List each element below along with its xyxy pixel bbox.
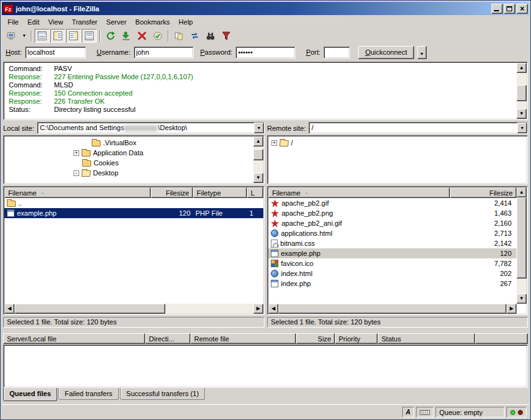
- file-row[interactable]: index.html 202: [268, 268, 517, 279]
- file-row[interactable]: bitnami.css 2,142: [268, 238, 517, 248]
- remote-list-rows: apache_pb2.gif 2,414 apache_pb2.png 1,46…: [268, 198, 517, 304]
- column-server-local-file[interactable]: Server/Local file: [3, 333, 145, 344]
- encryption-indicator: [416, 407, 434, 417]
- directory-comparison-button[interactable]: [172, 29, 187, 43]
- tree-item[interactable]: -Desktop: [5, 168, 253, 178]
- file-row[interactable]: apache_pb2.gif 2,414: [268, 198, 517, 208]
- collapse-icon[interactable]: -: [74, 170, 79, 176]
- column-direction[interactable]: Directi...: [145, 333, 190, 344]
- port-input[interactable]: [324, 47, 350, 58]
- toggle-remote-tree-button[interactable]: [66, 29, 81, 43]
- expand-icon[interactable]: +: [74, 150, 79, 156]
- menu-view[interactable]: View: [44, 17, 68, 27]
- expand-icon[interactable]: +: [271, 140, 277, 146]
- tab-queued-files[interactable]: Queued files: [3, 388, 57, 401]
- scroll-right-button[interactable]: ▶: [253, 304, 263, 314]
- column-filename[interactable]: Filename▲: [268, 187, 450, 198]
- menu-bookmarks[interactable]: Bookmarks: [131, 17, 174, 27]
- local-site-combo[interactable]: C:\Documents and Settings\Desktop\ ▼: [37, 122, 265, 134]
- scroll-thumb[interactable]: [253, 149, 263, 160]
- scroll-down-button[interactable]: ▼: [517, 109, 527, 119]
- find-files-button[interactable]: [203, 29, 218, 43]
- remote-list-hscrollbar[interactable]: ◀ ▶: [268, 304, 517, 314]
- scroll-left-button[interactable]: ◀: [268, 304, 278, 314]
- column-last-modified[interactable]: L: [247, 187, 263, 198]
- image-file-icon: [271, 209, 279, 218]
- scroll-up-button[interactable]: ▲: [253, 136, 263, 146]
- menu-file[interactable]: File: [3, 17, 23, 27]
- scroll-left-button[interactable]: ◀: [4, 304, 14, 314]
- file-row[interactable]: apache_pb2.png 1,463: [268, 208, 517, 218]
- scroll-thumb[interactable]: [14, 304, 165, 314]
- scroll-right-button[interactable]: ▶: [506, 304, 517, 314]
- close-button[interactable]: ×: [517, 4, 528, 14]
- log-scrollbar[interactable]: ▲ ▼: [517, 63, 527, 119]
- toggle-queue-button[interactable]: [82, 29, 97, 43]
- quickconnect-dropdown-button[interactable]: ▼: [417, 46, 427, 59]
- username-input[interactable]: [134, 47, 194, 58]
- apply-button[interactable]: [150, 29, 165, 43]
- file-row[interactable]: favicon.ico 7,782: [268, 258, 517, 268]
- scroll-thumb[interactable]: [278, 304, 506, 314]
- local-list-hscrollbar[interactable]: ◀ ▶: [4, 304, 263, 314]
- file-row[interactable]: ..: [4, 198, 263, 208]
- column-remote-file[interactable]: Remote file: [190, 333, 296, 344]
- tree-item[interactable]: Cookies: [5, 158, 253, 168]
- toolbar: ▼: [2, 28, 529, 43]
- remote-list-vscrollbar[interactable]: ▲ ▼: [517, 187, 527, 304]
- tree-item[interactable]: +/: [269, 138, 526, 148]
- log-line: Response:150 Connection accepted: [9, 89, 516, 97]
- column-filesize[interactable]: Filesize: [151, 187, 193, 198]
- file-row[interactable]: applications.html 2,713: [268, 228, 517, 238]
- menu-edit[interactable]: Edit: [23, 17, 44, 27]
- scroll-thumb[interactable]: [517, 197, 527, 279]
- site-manager-dropdown-button[interactable]: ▼: [20, 29, 28, 43]
- refresh-button[interactable]: [103, 29, 118, 43]
- host-input[interactable]: [25, 47, 86, 58]
- tab-successful-transfers[interactable]: Successful transfers (1): [120, 388, 205, 400]
- tab-failed-transfers[interactable]: Failed transfers: [58, 388, 119, 400]
- site-manager-button[interactable]: [4, 29, 19, 43]
- file-row-selected[interactable]: example.php 120 PHP File 1: [4, 208, 263, 218]
- synchronized-browsing-button[interactable]: [187, 29, 202, 43]
- tree-item[interactable]: +Application Data: [5, 148, 253, 158]
- sort-ascending-icon: ▲: [304, 191, 309, 195]
- menu-transfer[interactable]: Transfer: [67, 17, 102, 27]
- scroll-up-button[interactable]: ▲: [517, 187, 527, 197]
- toggle-local-tree-button[interactable]: [50, 29, 65, 43]
- scroll-down-button[interactable]: ▼: [253, 173, 263, 183]
- maximize-button[interactable]: [504, 4, 515, 14]
- chevron-down-icon[interactable]: ▼: [517, 123, 527, 133]
- menu-help[interactable]: Help: [174, 17, 197, 27]
- menu-bar: File Edit View Transfer Server Bookmarks…: [2, 16, 529, 28]
- password-input[interactable]: [236, 47, 295, 58]
- local-tree-scrollbar[interactable]: ▲ ▼: [253, 136, 263, 183]
- cancel-button[interactable]: [134, 29, 150, 43]
- quickconnect-button[interactable]: Quickconnect: [358, 46, 414, 59]
- column-status[interactable]: Status: [378, 333, 475, 344]
- filter-button[interactable]: [219, 29, 234, 43]
- file-row-selected[interactable]: example.php 120: [268, 248, 517, 258]
- scroll-up-button[interactable]: ▲: [517, 63, 527, 73]
- queue-list[interactable]: [3, 345, 528, 388]
- minimize-button[interactable]: [491, 4, 503, 14]
- file-row[interactable]: index.php 267: [268, 279, 517, 289]
- column-size[interactable]: Size: [296, 333, 335, 344]
- tree-item[interactable]: .VirtualBox: [5, 138, 253, 148]
- scroll-thumb[interactable]: [517, 85, 527, 101]
- menu-server[interactable]: Server: [102, 17, 131, 27]
- scroll-down-button[interactable]: ▼: [517, 294, 527, 304]
- toggle-message-log-button[interactable]: [35, 29, 50, 43]
- column-priority[interactable]: Priority: [335, 333, 378, 344]
- file-row[interactable]: apache_pb2_ani.gif 2,160: [268, 218, 517, 228]
- folder-icon: [82, 160, 91, 167]
- column-filename[interactable]: Filename▲: [4, 187, 151, 198]
- column-filesize[interactable]: Filesize: [450, 187, 517, 198]
- title-bar[interactable]: Fz john@localhost - FileZilla ×: [2, 2, 529, 15]
- chevron-down-icon[interactable]: ▼: [254, 123, 264, 133]
- filezilla-logo-icon[interactable]: Fz: [3, 4, 13, 13]
- column-filetype[interactable]: Filetype: [193, 187, 247, 198]
- process-queue-button[interactable]: [119, 29, 134, 43]
- transfer-type-indicator: A: [402, 407, 414, 417]
- remote-site-combo[interactable]: / ▼: [309, 122, 528, 134]
